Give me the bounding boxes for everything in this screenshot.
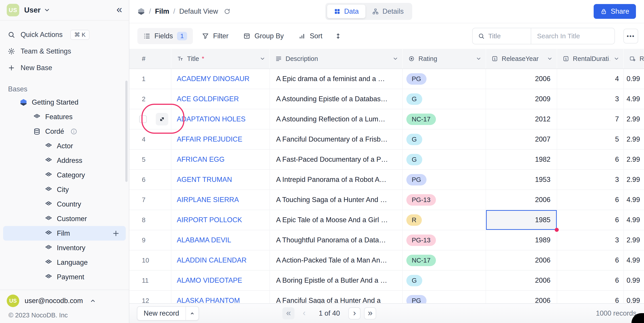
record-title-link[interactable]: ALASKA PHANTOM [177,296,240,303]
row-number-cell[interactable]: 4 [129,129,172,149]
row-number-cell[interactable]: 2 [129,89,172,109]
title-cell[interactable]: ADAPTATION HOLES [172,109,270,129]
breadcrumb-view[interactable]: Default View [179,8,218,16]
sidebar-collapse-icon[interactable]: « [116,4,122,14]
row-number-cell[interactable]: 9 [129,230,172,250]
releaseyear-cell[interactable]: 2006 [486,190,557,210]
column-menu-chevron-icon[interactable] [547,56,553,62]
sidebar-source-item[interactable]: Cordé [0,124,129,139]
rentalrate-cell[interactable]: 2.99 [624,230,644,250]
rating-cell[interactable]: G [403,129,486,149]
column-menu-chevron-icon[interactable] [614,56,620,62]
sidebar-table-item[interactable]: Address [0,153,129,168]
releaseyear-cell[interactable]: 1985 [486,210,557,230]
quick-actions-item[interactable]: Quick Actions ⌘ K [0,27,129,43]
table-row[interactable]: 5 AFRICAN EGG A Fast-Paced Documentary o… [129,150,644,170]
new-record-label[interactable]: New record [138,307,186,320]
filter-button[interactable]: Filter [196,28,234,44]
column-menu-chevron-icon[interactable] [476,56,482,62]
record-title-link[interactable]: AIRPORT POLLOCK [177,216,242,224]
table-row[interactable]: 7 AIRPLANE SIERRA A Touching Saga of a H… [129,190,644,210]
rating-cell[interactable]: PG-13 [403,190,486,210]
sidebar-table-item[interactable]: Customer [0,211,129,226]
sidebar-table-item[interactable]: Actor [0,139,129,153]
releaseyear-cell[interactable]: 1989 [486,230,557,250]
record-title-link[interactable]: AGENT TRUMAN [177,176,232,184]
rating-cell[interactable]: PG [403,69,486,89]
rating-cell[interactable]: PG [403,170,486,189]
rentalduration-cell[interactable]: 6 [557,190,624,210]
title-cell[interactable]: AGENT TRUMAN [172,170,270,189]
column-header[interactable]: Description [270,49,403,69]
column-header[interactable]: Rating [403,49,486,69]
description-cell[interactable]: A Astounding Epistle of a Databas… [270,89,403,109]
title-cell[interactable]: ALABAMA DEVIL [172,230,270,250]
description-cell[interactable]: A Epic drama of a feminist and a … [270,69,403,89]
fields-button[interactable]: Fields 1 [138,28,193,44]
tab-details[interactable]: Details [366,5,410,18]
title-cell[interactable]: ACE GOLDFINGER [172,89,270,109]
releaseyear-cell[interactable]: 2006 [486,271,557,290]
toolbar-more-button[interactable]: ••• [624,29,638,44]
team-settings-item[interactable]: Team & Settings [0,43,129,60]
row-number-cell[interactable]: 8 [129,210,172,230]
row-number-cell[interactable]: 5 [129,150,172,169]
sidebar-table-item[interactable]: Category [0,168,129,182]
releaseyear-cell[interactable]: 2012 [486,109,557,129]
refresh-icon[interactable] [224,8,230,15]
sidebar-table-item[interactable]: Language [0,255,129,270]
table-row[interactable]: 11 ALAMO VIDEOTAPE A Boring Epistle of a… [129,271,644,291]
row-number-cell[interactable]: 7 [129,190,172,210]
description-cell[interactable]: A Touching Saga of a Hunter And … [270,190,403,210]
prev-page-button[interactable]: ‹ [298,307,310,319]
row-number-cell[interactable]: 11 [129,271,172,290]
rentalduration-cell[interactable]: 5 [557,129,624,149]
rentalduration-cell[interactable]: 3 [557,170,624,189]
record-title-link[interactable]: ALAMO VIDEOTAPE [177,276,242,284]
description-cell[interactable]: A Action-Packed Tale of a Man An… [270,250,403,270]
new-base-item[interactable]: New Base [0,60,129,76]
share-button[interactable]: Share [594,4,636,19]
sidebar-scrollbar[interactable] [125,81,128,182]
row-checkbox[interactable] [139,115,147,123]
row-number-cell[interactable]: 10 [129,250,172,270]
first-page-button[interactable]: « [282,307,294,319]
table-row[interactable]: 12 ALASKA PHANTOM A Fanciful Saga of a H… [129,291,644,303]
rentalduration-cell[interactable]: 6 [557,291,624,303]
table-row[interactable]: 6 AGENT TRUMAN A Intrepid Panorama of a … [129,170,644,190]
description-cell[interactable]: A Fanciful Saga of a Hunter And a [270,291,403,303]
rentalrate-cell[interactable]: 2.99 [624,150,644,169]
rentalduration-cell[interactable]: 3 [557,89,624,109]
releaseyear-cell[interactable]: 1982 [486,150,557,169]
rentalrate-cell[interactable]: 2.99 [624,170,644,189]
sidebar-table-item[interactable]: Features [0,110,129,124]
last-page-button[interactable]: » [364,307,376,319]
title-cell[interactable]: ALADDIN CALENDAR [172,250,270,270]
table-row[interactable]: 10 ALADDIN CALENDAR A Action-Packed Tale… [129,250,644,271]
rating-cell[interactable]: G [403,271,486,290]
record-title-link[interactable]: ACE GOLDFINGER [177,95,239,103]
column-header[interactable]: R [624,49,644,69]
rentalduration-cell[interactable]: 6 [557,271,624,290]
rating-cell[interactable]: NC-17 [403,250,486,270]
releaseyear-cell[interactable]: 2006 [486,250,557,270]
releaseyear-cell[interactable]: 1953 [486,170,557,189]
group-by-button[interactable]: Group By [238,28,290,44]
rentalduration-cell[interactable]: 7 [557,109,624,129]
account-footer[interactable]: US user@nocodb.com [0,290,129,308]
sort-button[interactable]: Sort [293,28,328,44]
rating-cell[interactable]: NC-17 [403,109,486,129]
breadcrumb-table[interactable]: Film [155,8,170,16]
search-field-selector[interactable]: Title [472,28,531,44]
rentalduration-cell[interactable]: 6 [557,210,624,230]
row-number-cell[interactable] [129,109,172,129]
description-cell[interactable]: A Fanciful Documentary of a Frisb… [270,129,403,149]
search-input[interactable] [531,32,614,40]
rentalrate-cell[interactable]: 4.99 [624,250,644,270]
sidebar-base-item[interactable]: Getting Started [0,95,129,110]
sidebar-table-item[interactable]: Payment [0,270,129,284]
rating-cell[interactable]: G [403,89,486,109]
rentalduration-cell[interactable]: 4 [557,69,624,89]
table-row[interactable]: ADAPTATION HOLES A Astounding Reflection… [129,109,644,129]
releaseyear-cell[interactable]: 2006 [486,291,557,303]
